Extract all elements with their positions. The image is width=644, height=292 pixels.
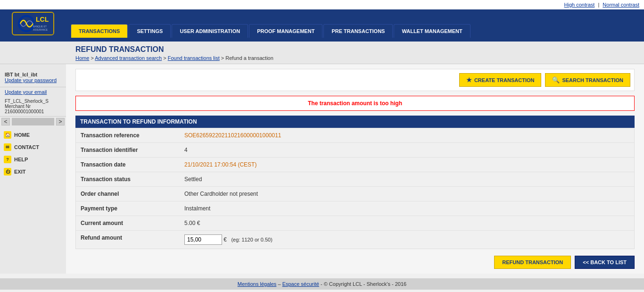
sidebar-item-exit[interactable]: ⏻ EXIT xyxy=(0,166,66,178)
create-transaction-button[interactable]: ★ CREATE TRANSACTION xyxy=(459,73,542,87)
exit-icon: ⏻ xyxy=(4,168,11,175)
order-channel-value: Other Cardholder not present xyxy=(180,187,634,201)
order-channel-label: Order channel xyxy=(76,187,180,201)
transaction-status-value: Settled xyxy=(180,172,634,186)
nav-tab-transactions[interactable]: TRANSACTIONS xyxy=(71,24,128,38)
breadcrumb: Home > Advanced transaction search > Fou… xyxy=(75,55,569,61)
svg-text:ASSURANCE: ASSURANCE xyxy=(33,28,48,31)
error-message: The transaction amount is too high xyxy=(75,96,635,111)
transaction-date-value: 21/10/2021 17:00:54 (CEST) xyxy=(180,158,634,172)
transaction-reference-label: Transaction reference xyxy=(76,128,180,142)
sidebar-item-home[interactable]: 🏠 HOME xyxy=(0,129,66,141)
home-icon: 🏠 xyxy=(4,131,11,139)
footer: Mentions légales – Espace sécurité - © C… xyxy=(0,278,644,290)
transaction-reference-row: Transaction reference SOE626592202110216… xyxy=(76,128,634,143)
normal-contrast-link[interactable]: Normal contrast xyxy=(603,2,639,8)
transaction-date-row: Transaction date 21/10/2021 17:00:54 (CE… xyxy=(76,158,634,172)
refund-amount-value: € (eg: 1120 or 0.50) xyxy=(180,231,634,249)
sidebar-nav: 🏠 HOME ✉ CONTACT ? HELP ⏻ EXIT xyxy=(0,129,66,178)
sidebar-home-label: HOME xyxy=(14,132,30,138)
top-bar: High contrast | Normal contrast xyxy=(0,0,644,9)
sidebar-exit-label: EXIT xyxy=(14,169,25,175)
refund-currency: € xyxy=(223,236,227,243)
footer-separator1: – xyxy=(278,281,282,287)
high-contrast-link[interactable]: High contrast xyxy=(564,2,595,8)
footer-copyright: - xyxy=(321,281,324,287)
sidebar-item-help[interactable]: ? HELP xyxy=(0,153,66,166)
transaction-date-label: Transaction date xyxy=(76,158,180,172)
transaction-reference-value: SOE626592202110216000001000011 xyxy=(180,128,634,142)
page-title-area: REFUND TRANSACTION Home > Advanced trans… xyxy=(0,42,644,64)
refund-amount-row: Refund amount € (eg: 1120 or 0.50) xyxy=(76,231,634,249)
sidebar-contact-label: CONTACT xyxy=(14,144,39,150)
current-amount-label: Current amount xyxy=(76,216,180,230)
update-password-link[interactable]: Update your password xyxy=(5,77,61,83)
footer-copyright-text: © Copyright LCL - Sherlock's - 2016 xyxy=(324,281,406,287)
espace-securite-link[interactable]: Espace sécurité xyxy=(282,281,319,287)
search-label: SEARCH TRANSACTION xyxy=(562,77,623,83)
subheader-band xyxy=(0,38,644,42)
svg-text:LCL: LCL xyxy=(36,16,49,23)
payment-type-value: Instalment xyxy=(180,201,634,216)
breadcrumb-home[interactable]: Home xyxy=(75,55,89,61)
current-amount-value: 5.00 € xyxy=(180,216,634,230)
create-icon: ★ xyxy=(466,76,472,83)
search-icon: 🔍 xyxy=(552,76,560,83)
bottom-buttons: REFUND TRANSACTION << BACK TO LIST xyxy=(75,256,635,269)
back-to-list-button[interactable]: << BACK TO LIST xyxy=(575,256,635,269)
main-layout: IBT bt_lcl_ibt Update your password Upda… xyxy=(0,64,644,274)
action-buttons-row: ★ CREATE TRANSACTION 🔍 SEARCH TRANSACTIO… xyxy=(75,69,635,91)
current-amount-row: Current amount 5.00 € xyxy=(76,216,634,231)
mentions-legales-link[interactable]: Mentions légales xyxy=(238,281,277,287)
svg-text:BANQUE ET: BANQUE ET xyxy=(33,25,47,28)
sidebar-scroll: < > xyxy=(0,117,66,127)
transaction-identifier-row: Transaction identifier 4 xyxy=(76,143,634,158)
merchant-name: FT_LCL_Sherlock_S xyxy=(5,99,61,104)
transaction-identifier-label: Transaction identifier xyxy=(76,143,180,157)
nav-tab-pre-trans[interactable]: PRE TRANSACTIONS xyxy=(323,24,393,38)
update-email-link[interactable]: Update your email xyxy=(5,89,47,95)
transaction-status-label: Transaction status xyxy=(76,172,180,186)
merchant-num-label: Merchant Nr xyxy=(5,104,61,109)
contact-icon: ✉ xyxy=(4,143,11,151)
logo-box: LCL BANQUE ET ASSURANCE xyxy=(12,12,54,35)
order-channel-row: Order channel Other Cardholder not prese… xyxy=(76,187,634,201)
logo-area: LCL BANQUE ET ASSURANCE xyxy=(0,9,66,38)
refund-amount-label: Refund amount xyxy=(76,231,180,249)
refund-transaction-button[interactable]: REFUND TRANSACTION xyxy=(494,256,571,269)
lcl-logo: LCL BANQUE ET ASSURANCE xyxy=(13,12,53,35)
header: LCL BANQUE ET ASSURANCE TRANSACTIONS SET… xyxy=(0,9,644,38)
merchant-num: 216000001000001 xyxy=(5,109,61,114)
sidebar: IBT bt_lcl_ibt Update your password Upda… xyxy=(0,64,66,274)
scroll-right-btn[interactable]: > xyxy=(56,118,65,125)
payment-type-label: Payment type xyxy=(76,201,180,216)
page-title: REFUND TRANSACTION xyxy=(75,45,569,54)
transaction-info-table: Transaction reference SOE626592202110216… xyxy=(75,128,635,249)
create-label: CREATE TRANSACTION xyxy=(474,77,535,83)
scroll-left-btn[interactable]: < xyxy=(1,118,10,125)
breadcrumb-found-list[interactable]: Found transactions list xyxy=(168,55,220,61)
nav-tab-wallet[interactable]: WALLET MANAGEMENT xyxy=(394,24,470,38)
sidebar-help-label: HELP xyxy=(14,157,28,162)
scroll-bar xyxy=(12,118,54,125)
search-transaction-button[interactable]: 🔍 SEARCH TRANSACTION xyxy=(545,73,630,87)
sidebar-item-contact[interactable]: ✉ CONTACT xyxy=(0,141,66,153)
sidebar-user-info: IBT bt_lcl_ibt Update your password xyxy=(0,69,66,87)
nav-tab-user-admin[interactable]: USER ADMINISTRATION xyxy=(172,24,248,38)
breadcrumb-current: Refund a transaction xyxy=(225,55,273,61)
refund-hint: (eg: 1120 or 0.50) xyxy=(231,237,272,242)
nav-tab-proof[interactable]: PROOF MANAGEMENT xyxy=(249,24,322,38)
nav-area: TRANSACTIONS SETTINGS USER ADMINISTRATIO… xyxy=(66,9,644,38)
nav-tab-settings[interactable]: SETTINGS xyxy=(129,24,171,38)
content-area: ★ CREATE TRANSACTION 🔍 SEARCH TRANSACTIO… xyxy=(66,64,644,274)
transaction-status-row: Transaction status Settled xyxy=(76,172,634,187)
help-icon: ? xyxy=(4,156,11,163)
separator: | xyxy=(598,2,599,8)
payment-type-row: Payment type Instalment xyxy=(76,201,634,216)
breadcrumb-advanced-search[interactable]: Advanced transaction search xyxy=(95,55,162,61)
refund-amount-input[interactable] xyxy=(184,234,222,245)
section-header: TRANSACTION TO REFUND INFORMATION xyxy=(75,116,635,128)
sidebar-merchant: FT_LCL_Sherlock_S Merchant Nr 2160000010… xyxy=(0,97,66,117)
transaction-identifier-value: 4 xyxy=(180,143,634,157)
sidebar-username: IBT bt_lcl_ibt xyxy=(5,72,61,77)
